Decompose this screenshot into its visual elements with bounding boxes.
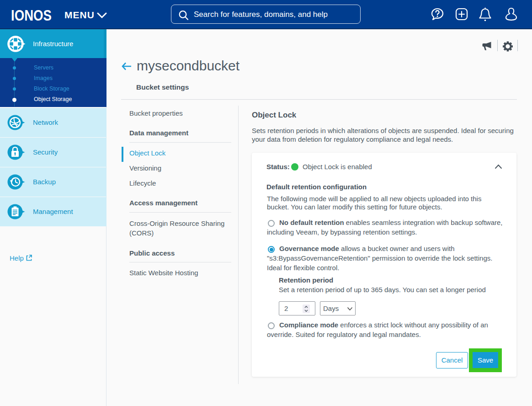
svg-text:IONOS: IONOS bbox=[11, 8, 52, 22]
